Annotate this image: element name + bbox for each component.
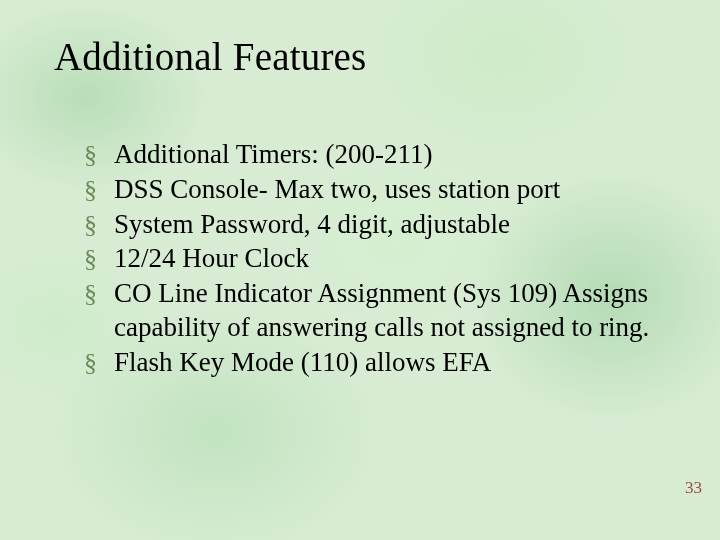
list-item: § Additional Timers: (200-211) [84, 138, 660, 172]
bullet-icon: § [84, 173, 114, 206]
list-item-text: Additional Timers: (200-211) [114, 138, 660, 172]
list-item: § DSS Console- Max two, uses station por… [84, 173, 660, 207]
list-item-text: DSS Console- Max two, uses station port [114, 173, 660, 207]
list-item-text: Flash Key Mode (110) allows EFA [114, 346, 660, 380]
bullet-icon: § [84, 208, 114, 241]
slide: Additional Features § Additional Timers:… [0, 0, 720, 540]
list-item-text: System Password, 4 digit, adjustable [114, 208, 660, 242]
page-number: 33 [685, 478, 702, 498]
list-item-text: 12/24 Hour Clock [114, 242, 660, 276]
list-item: § System Password, 4 digit, adjustable [84, 208, 660, 242]
bullet-icon: § [84, 346, 114, 379]
list-item: § Flash Key Mode (110) allows EFA [84, 346, 660, 380]
list-item: § CO Line Indicator Assignment (Sys 109)… [84, 277, 660, 345]
list-item-text: CO Line Indicator Assignment (Sys 109) A… [114, 277, 660, 345]
slide-body: § Additional Timers: (200-211) § DSS Con… [84, 138, 660, 380]
bullet-icon: § [84, 138, 114, 171]
slide-title: Additional Features [54, 34, 367, 79]
list-item: § 12/24 Hour Clock [84, 242, 660, 276]
bullet-icon: § [84, 277, 114, 310]
bullet-icon: § [84, 242, 114, 275]
